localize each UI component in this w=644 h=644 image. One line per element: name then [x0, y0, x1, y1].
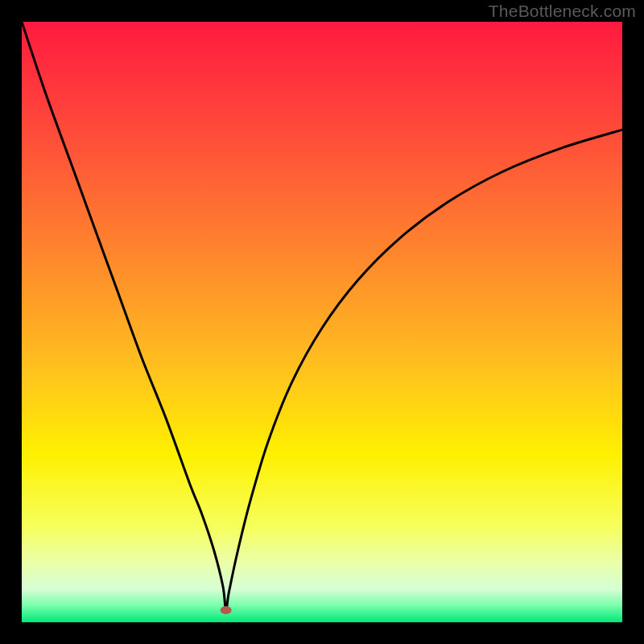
plot-area — [22, 22, 622, 622]
watermark-text: TheBottleneck.com — [489, 2, 636, 21]
chart-frame: TheBottleneck.com — [0, 0, 644, 644]
plot-svg — [22, 22, 622, 622]
gradient-background — [22, 22, 622, 622]
marker-dot — [221, 606, 232, 614]
